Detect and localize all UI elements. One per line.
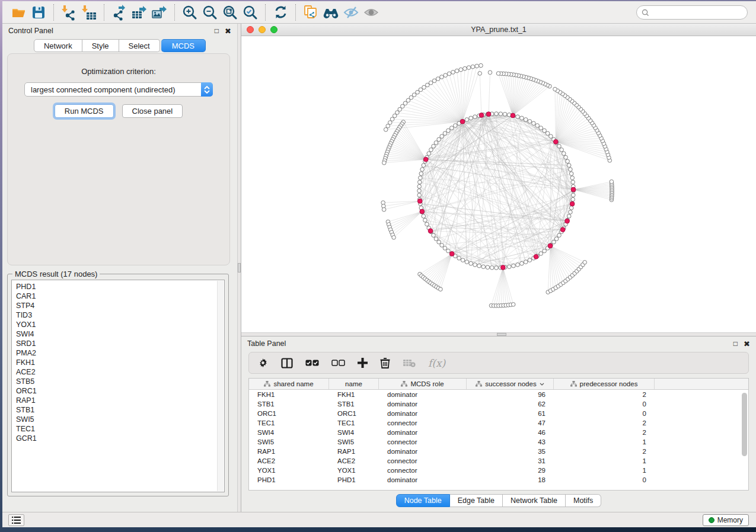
table-cell[interactable]: dominator	[379, 400, 467, 408]
dominator-node[interactable]	[570, 201, 575, 206]
zoom-in-icon[interactable]	[180, 3, 200, 22]
network-node[interactable]	[569, 172, 573, 176]
network-node[interactable]	[420, 168, 425, 172]
network-node[interactable]	[560, 148, 564, 152]
network-node[interactable]	[569, 168, 573, 172]
network-node[interactable]	[386, 124, 390, 128]
table-cell[interactable]: YOX1	[249, 467, 329, 474]
network-node[interactable]	[520, 116, 524, 120]
table-cell[interactable]: ACE2	[249, 457, 329, 464]
network-node[interactable]	[486, 265, 490, 270]
splitter-handle[interactable]	[497, 333, 506, 336]
network-node[interactable]	[546, 132, 550, 136]
mcds-result-item[interactable]: RAP1	[16, 396, 224, 405]
table-cell[interactable]: 2	[554, 429, 655, 436]
network-node[interactable]	[417, 193, 422, 197]
network-node[interactable]	[384, 127, 388, 132]
network-node[interactable]	[440, 134, 444, 139]
column-header-mcds-role[interactable]: MCDS role	[379, 379, 467, 389]
network-node[interactable]	[444, 73, 448, 78]
select-all-icon[interactable]	[305, 360, 319, 366]
network-node[interactable]	[520, 261, 524, 265]
export-image-icon[interactable]	[149, 3, 170, 22]
network-node[interactable]	[572, 193, 576, 197]
horizontal-splitter[interactable]	[241, 332, 756, 336]
dominator-node[interactable]	[420, 209, 425, 214]
memory-button[interactable]: Memory	[703, 514, 749, 526]
network-node[interactable]	[569, 210, 573, 214]
table-row[interactable]: ACE2ACE2connector311	[249, 456, 748, 466]
first-neighbors-icon[interactable]	[321, 3, 341, 22]
refresh-icon[interactable]	[270, 3, 291, 22]
search-input[interactable]	[652, 8, 747, 17]
table-cell[interactable]: 18	[467, 476, 554, 483]
mcds-result-item[interactable]: GCR1	[16, 434, 224, 443]
network-node[interactable]	[429, 148, 433, 152]
network-node[interactable]	[437, 137, 441, 142]
dominator-node[interactable]	[460, 119, 465, 124]
network-node[interactable]	[443, 246, 447, 251]
network-node[interactable]	[488, 70, 492, 75]
column-header-successor-nodes[interactable]: successor nodes	[467, 379, 554, 389]
network-node[interactable]	[457, 257, 461, 261]
table-row[interactable]: ORC1ORC1dominator610	[249, 409, 748, 418]
table-row[interactable]: FKH1FKH1dominator962	[249, 390, 748, 399]
table-cell[interactable]: 1	[554, 457, 655, 464]
close-panel-button[interactable]: Close panel	[122, 104, 183, 118]
network-node[interactable]	[524, 118, 528, 122]
mcds-result-item[interactable]: PHD1	[16, 282, 224, 291]
network-node[interactable]	[535, 124, 540, 128]
network-node[interactable]	[437, 240, 441, 244]
table-cell[interactable]: dominator	[379, 410, 467, 417]
network-node[interactable]	[425, 222, 429, 226]
network-node[interactable]	[426, 83, 430, 87]
mcds-result-item[interactable]: STB1	[16, 405, 224, 415]
table-cell[interactable]: 0	[554, 410, 655, 417]
open-session-icon[interactable]	[8, 3, 28, 22]
save-session-icon[interactable]	[28, 3, 49, 22]
network-node[interactable]	[446, 129, 451, 133]
table-cell[interactable]: ACE2	[329, 457, 379, 464]
tab-select[interactable]: Select	[119, 39, 160, 52]
table-cell[interactable]: 96	[467, 391, 554, 398]
table-row[interactable]: SWI5SWI5connector431	[249, 437, 748, 447]
tab-network[interactable]: Network	[34, 39, 82, 52]
dominator-node[interactable]	[423, 157, 428, 162]
export-table-icon[interactable]	[129, 3, 149, 22]
vertical-splitter[interactable]	[237, 24, 241, 512]
dominator-node[interactable]	[548, 243, 553, 248]
table-cell[interactable]: 1	[554, 438, 655, 446]
table-cell[interactable]: ORC1	[249, 410, 329, 417]
network-node[interactable]	[583, 261, 587, 265]
network-node[interactable]	[610, 180, 614, 184]
show-columns-icon[interactable]	[281, 358, 293, 368]
add-column-icon[interactable]	[358, 358, 368, 368]
mcds-result-item[interactable]: YOX1	[16, 320, 224, 329]
network-node[interactable]	[451, 70, 455, 75]
mcds-result-item[interactable]: STP4	[16, 301, 224, 310]
network-node[interactable]	[439, 287, 443, 291]
table-cell[interactable]: YOX1	[329, 467, 379, 474]
table-cell[interactable]: dominator	[379, 448, 467, 455]
table-cell[interactable]: connector	[379, 457, 467, 464]
table-cell[interactable]: SWI5	[249, 438, 329, 446]
network-node[interactable]	[419, 172, 423, 176]
table-cell[interactable]: connector	[379, 438, 467, 446]
mcds-result-item[interactable]: SWI4	[16, 329, 224, 339]
float-panel-icon[interactable]: □	[215, 27, 219, 34]
tab-mcds[interactable]: MCDS	[161, 39, 206, 52]
scrollbar-thumb[interactable]	[742, 393, 747, 456]
network-node[interactable]	[543, 129, 547, 133]
network-node[interactable]	[564, 155, 568, 159]
table-cell[interactable]: connector	[379, 419, 467, 427]
network-node[interactable]	[422, 214, 426, 219]
float-panel-icon[interactable]: □	[733, 340, 738, 347]
network-node[interactable]	[432, 79, 436, 83]
network-node[interactable]	[417, 189, 422, 193]
network-node[interactable]	[471, 65, 475, 69]
table-cell[interactable]: 2	[554, 391, 655, 398]
list-scrollbar[interactable]	[217, 281, 224, 491]
network-node[interactable]	[467, 66, 471, 70]
table-cell[interactable]: 29	[467, 467, 554, 474]
network-node[interactable]	[567, 214, 571, 219]
